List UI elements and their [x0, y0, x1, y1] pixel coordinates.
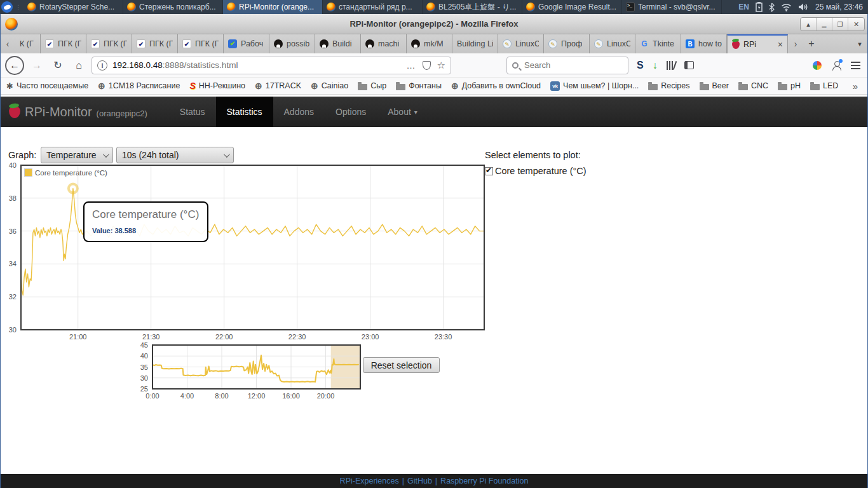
app-menu-statistics[interactable]: Statistics [216, 97, 273, 127]
browser-tab[interactable]: RPi× [727, 34, 788, 53]
app-menu-label: About [388, 107, 411, 117]
app-menu-about[interactable]: About▾ [377, 97, 428, 127]
addon-pinwheel-icon[interactable] [813, 61, 822, 70]
clock[interactable]: 25 май, 23:46 [815, 3, 863, 11]
bookmark-item[interactable]: LED [810, 81, 838, 90]
browser-tab[interactable]: how to [681, 34, 727, 53]
reload-button[interactable]: ↻ [50, 57, 66, 74]
x-tick-label: 21:30 [142, 333, 160, 341]
browser-tab[interactable]: LinuxC [498, 34, 544, 53]
list-all-tabs-icon[interactable]: ▾ [851, 34, 868, 53]
home-button[interactable]: ⌂ [71, 57, 87, 74]
site-info-icon[interactable]: i [97, 60, 107, 71]
browser-tab[interactable]: mk/M [407, 34, 452, 53]
footer-link[interactable]: RPi-Experiences [340, 477, 399, 485]
browser-tab[interactable]: К (Г [15, 34, 41, 53]
bookmark-item[interactable]: Сыр [358, 81, 386, 90]
wifi-icon[interactable] [781, 3, 792, 11]
new-tab-button[interactable]: + [803, 34, 820, 53]
search-input[interactable] [523, 60, 606, 71]
account-icon[interactable] [832, 61, 841, 70]
bookmark-item[interactable]: Фонтаны [396, 81, 442, 90]
minimize-window-icon[interactable] [817, 18, 832, 30]
volume-icon[interactable] [798, 3, 809, 11]
menu-hamburger-icon[interactable] [851, 62, 860, 69]
main-chart[interactable]: 21:0021:3022:0022:3023:0023:303032343638… [3, 160, 489, 346]
bookmark-item[interactable]: Beer [700, 81, 729, 90]
bookmark-item[interactable]: CNC [738, 81, 768, 90]
bookmark-item[interactable]: 1СМ18 Расписание [98, 81, 180, 91]
app-brand[interactable]: RPi-Monitor (orangepipc2) [0, 105, 154, 119]
bookmark-item[interactable]: Recipes [648, 81, 689, 90]
taskbar-window-button[interactable]: BL2505卓上旋盤 - り... [423, 0, 522, 14]
taskbar-window-button[interactable]: Стержень поликарб... [123, 0, 223, 14]
bookmark-label: НН-Рекшино [199, 81, 245, 90]
browser-tab[interactable]: ПГК (Г [132, 34, 178, 53]
sidebar-toggle-icon[interactable] [684, 61, 694, 69]
firefox-icon [526, 3, 535, 11]
footer-link[interactable]: GitHub [407, 477, 432, 485]
url-text[interactable]: 192.168.0.48:8888/statistics.html [112, 60, 402, 70]
library-icon[interactable] [667, 61, 675, 70]
bluetooth-icon[interactable] [769, 3, 775, 12]
overview-chart[interactable]: 0:004:008:0012:0016:0020:002530354045 [136, 342, 366, 401]
shield-icon[interactable] [423, 61, 431, 70]
page-actions-icon[interactable]: … [407, 60, 416, 71]
tab-label: LinuxC [607, 39, 630, 48]
app-menu-options[interactable]: Options [325, 97, 377, 127]
browser-tab[interactable]: ПГК (Г [86, 34, 132, 53]
shade-window-icon[interactable] [801, 18, 817, 30]
bookmark-item[interactable]: Cainiao [311, 81, 348, 91]
maximize-window-icon[interactable] [832, 18, 848, 30]
tab-label: К (Г [20, 39, 34, 48]
session-manager-icon[interactable]: S [637, 60, 644, 71]
bookmarks-overflow-icon[interactable]: » [853, 81, 862, 92]
browser-tab[interactable]: ПГК (Г [178, 34, 224, 53]
app-menu-addons[interactable]: Addons [273, 97, 325, 127]
firefox-icon [127, 3, 136, 11]
taskbar-window-button[interactable]: Google Image Result... [522, 0, 622, 14]
applications-menu-icon[interactable] [1, 1, 13, 13]
app-menu-status[interactable]: Status [169, 97, 216, 127]
browser-tab[interactable]: LinuxC [590, 34, 635, 53]
terminal-icon [626, 3, 635, 11]
browser-tab[interactable]: Tkinte [635, 34, 681, 53]
taskbar-window-button[interactable]: RPi-Monitor (orange... [223, 0, 323, 14]
taskbar-window-button[interactable]: RotaryStepper Sche... [24, 0, 123, 14]
search-bar[interactable] [506, 57, 628, 74]
scroll-tabs-left-icon[interactable]: ‹ [0, 34, 15, 53]
taskbar-window-button[interactable]: Terminal - svb@qslvr... [622, 0, 722, 14]
browser-tab[interactable]: possib [269, 34, 315, 53]
close-window-icon[interactable] [848, 18, 864, 30]
keyboard-layout-indicator[interactable]: EN [738, 3, 749, 11]
bookmark-item[interactable]: 17TRACK [255, 81, 301, 91]
app-menu: StatusStatisticsAddonsOptionsAbout▾ [169, 97, 428, 127]
bookmark-item[interactable]: pH [778, 81, 801, 90]
browser-tab[interactable]: ПГК (Г [41, 34, 86, 53]
back-button[interactable]: ← [5, 56, 24, 75]
browser-tab[interactable]: machi [361, 34, 407, 53]
taskbar-window-label: Стержень поликарб... [139, 3, 216, 11]
bookmark-item[interactable]: Добавить в ownCloud [451, 81, 541, 91]
browser-tab[interactable]: Проф [544, 34, 590, 53]
footer-link[interactable]: Raspberry Pi Foundation [440, 477, 528, 485]
taskbar-window-button[interactable]: стандартный ряд р... [323, 0, 423, 14]
series-checkbox-row[interactable]: Core temperature (°C) [485, 166, 587, 176]
bookmark-star-icon[interactable]: ☆ [437, 60, 445, 71]
browser-tab[interactable]: Building Li [452, 34, 498, 53]
reset-selection-button[interactable]: Reset selection [363, 357, 440, 373]
scroll-tabs-right-icon[interactable]: › [788, 34, 803, 53]
download-addon-icon[interactable]: ↓ [653, 60, 658, 71]
browser-tab[interactable]: Buildi [315, 34, 361, 53]
y-tick-label: 35 [140, 363, 148, 371]
forward-button[interactable]: → [29, 57, 45, 74]
folder-icon [648, 84, 658, 90]
bookmark-item[interactable]: Чем шьем? | Шорн... [550, 81, 639, 91]
tab-label: possib [287, 39, 309, 48]
url-bar[interactable]: i 192.168.0.48:8888/statistics.html … ☆ [92, 57, 451, 74]
browser-tab[interactable]: Рабоч [224, 34, 269, 53]
battery-icon[interactable] [756, 2, 763, 12]
close-tab-icon[interactable]: × [778, 39, 783, 50]
bookmark-item[interactable]: НН-Рекшино [189, 81, 245, 91]
bookmark-item[interactable]: Часто посещаемые [6, 81, 88, 91]
